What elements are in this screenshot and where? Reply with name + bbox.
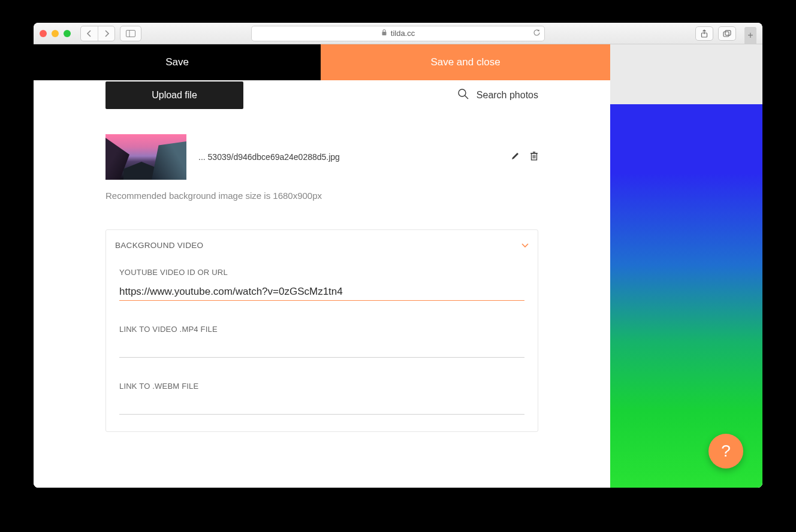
nav-forward-button[interactable] (98, 26, 114, 41)
url-host: tilda.cc (391, 29, 415, 38)
reload-icon[interactable] (533, 29, 541, 38)
svg-rect-0 (126, 30, 135, 37)
youtube-input[interactable] (119, 283, 524, 301)
trash-icon[interactable] (530, 151, 538, 163)
browser-sidebar-button[interactable] (120, 26, 141, 41)
svg-rect-5 (725, 30, 731, 35)
window-close-icon[interactable] (40, 30, 47, 37)
image-filename: ... 53039/d946dbce69a24e0288d5.jpg (198, 152, 340, 162)
youtube-field: YOUTUBE VIDEO ID OR URL (106, 261, 538, 301)
share-button[interactable] (695, 26, 713, 41)
mp4-input[interactable] (119, 340, 524, 358)
uploaded-image-row: ... 53039/d946dbce69a24e0288d5.jpg (105, 134, 538, 180)
webm-label: LINK TO .WEBM FILE (119, 382, 524, 391)
background-video-section: BACKGROUND VIDEO YOUTUBE VIDEO ID OR URL… (105, 229, 538, 432)
youtube-label: YOUTUBE VIDEO ID OR URL (119, 268, 524, 277)
browser-window: tilda.cc + Save Save and close (34, 23, 762, 488)
edit-icon[interactable] (511, 151, 520, 163)
search-icon (457, 88, 469, 102)
background-video-header[interactable]: BACKGROUND VIDEO (106, 230, 538, 261)
settings-panel: Save Save and close Upload file Search p… (34, 44, 610, 488)
svg-line-7 (465, 96, 468, 99)
window-minimize-icon[interactable] (52, 30, 59, 37)
top-action-row: Save Save and close (34, 44, 610, 80)
help-button[interactable]: ? (708, 434, 743, 468)
browser-right-buttons: + (695, 23, 756, 44)
background-video-title: BACKGROUND VIDEO (115, 241, 203, 250)
save-and-close-button[interactable]: Save and close (321, 44, 610, 80)
nav-back-button[interactable] (81, 26, 98, 41)
browser-titlebar: tilda.cc + (34, 23, 762, 44)
page-content: Save Save and close Upload file Search p… (34, 44, 762, 488)
svg-point-6 (459, 89, 466, 96)
mp4-label: LINK TO VIDEO .MP4 FILE (119, 325, 524, 334)
upload-row: Upload file Search photos (105, 80, 538, 109)
tabs-button[interactable] (718, 26, 736, 41)
url-bar[interactable]: tilda.cc (251, 26, 545, 41)
chevron-down-icon (521, 241, 529, 250)
page-preview-gradient (610, 104, 762, 488)
window-maximize-icon[interactable] (64, 30, 71, 37)
webm-field: LINK TO .WEBM FILE (106, 374, 538, 415)
save-button[interactable]: Save (34, 44, 321, 80)
search-photos-button[interactable]: Search photos (457, 88, 538, 102)
image-thumbnail[interactable] (105, 134, 186, 180)
window-controls (40, 30, 71, 37)
webm-input[interactable] (119, 397, 524, 415)
recommended-size-text: Recommended background image size is 168… (105, 191, 538, 201)
nav-back-forward (80, 26, 115, 41)
svg-rect-2 (382, 32, 386, 35)
mp4-field: LINK TO VIDEO .MP4 FILE (106, 318, 538, 358)
image-actions (511, 151, 538, 163)
upload-file-button[interactable]: Upload file (105, 81, 243, 109)
search-photos-label: Search photos (477, 90, 538, 101)
new-tab-button[interactable]: + (744, 27, 756, 44)
svg-rect-4 (723, 32, 729, 37)
lock-icon (381, 29, 387, 38)
